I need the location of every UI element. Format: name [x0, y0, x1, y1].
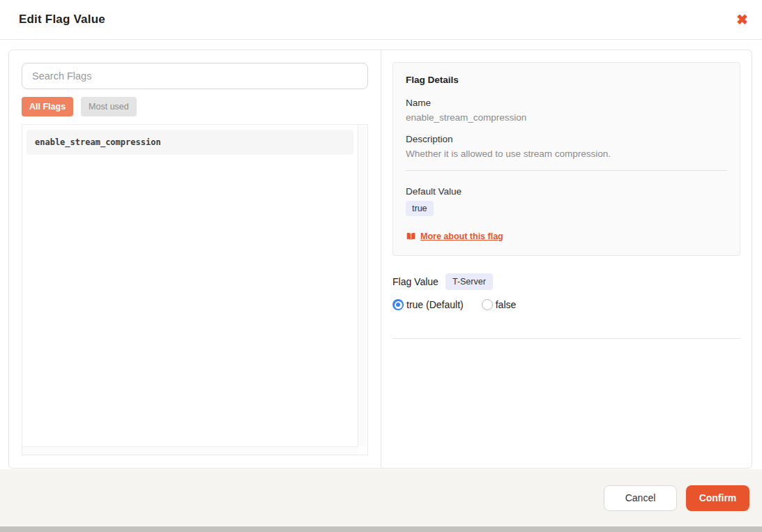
flag-list: enable_stream_compression: [22, 124, 368, 455]
search-input[interactable]: [22, 63, 368, 89]
filter-all-flags-button[interactable]: All Flags: [22, 97, 73, 116]
modal-header: Edit Flag Value ✖: [0, 0, 762, 40]
default-value-label: Default Value: [406, 186, 727, 197]
book-icon: [406, 231, 416, 241]
flag-value-row: Flag Value T-Server: [393, 273, 740, 290]
flag-details-card: Flag Details Name enable_stream_compress…: [393, 62, 740, 256]
flag-value-label: Flag Value: [393, 276, 439, 287]
flag-list-viewport: enable_stream_compression: [22, 125, 358, 455]
modal-footer: Cancel Confirm: [0, 469, 762, 526]
scope-badge: T-Server: [445, 273, 493, 290]
cancel-button[interactable]: Cancel: [604, 485, 677, 511]
confirm-button[interactable]: Confirm: [686, 485, 749, 511]
close-icon[interactable]: ✖: [735, 11, 749, 28]
flag-details-title: Flag Details: [406, 75, 727, 85]
flag-detail-pane: Flag Details Name enable_stream_compress…: [381, 50, 752, 468]
radio-option-label: false: [496, 299, 517, 310]
name-label: Name: [406, 98, 727, 108]
name-value: enable_stream_compression: [406, 112, 727, 123]
list-item-flag[interactable]: enable_stream_compression: [26, 130, 353, 155]
radio-option-label: true (Default): [406, 299, 464, 310]
vertical-scrollbar[interactable]: [358, 125, 367, 446]
window-bottom-bar: [0, 526, 762, 532]
horizontal-scrollbar[interactable]: [22, 446, 358, 455]
more-link-row: More about this flag: [406, 231, 727, 241]
radio-selected-icon[interactable]: [393, 299, 404, 310]
description-value: Whether it is allowed to use stream comp…: [406, 149, 727, 159]
flag-value-options: true (Default) false: [393, 299, 740, 310]
radio-option-false[interactable]: false: [482, 299, 517, 310]
radio-unselected-icon[interactable]: [482, 299, 493, 310]
section-divider: [393, 338, 740, 339]
flag-browser-pane: All Flags Most used enable_stream_compre…: [9, 50, 381, 468]
details-divider: [406, 170, 727, 171]
page-title: Edit Flag Value: [19, 13, 105, 26]
filter-row: All Flags Most used: [22, 97, 368, 116]
more-about-flag-link[interactable]: More about this flag: [420, 231, 503, 241]
edit-flag-card: All Flags Most used enable_stream_compre…: [8, 50, 752, 469]
description-label: Description: [406, 134, 727, 144]
filter-most-used-button[interactable]: Most used: [81, 97, 137, 116]
radio-option-true[interactable]: true (Default): [393, 299, 464, 310]
default-value-badge: true: [406, 201, 434, 216]
